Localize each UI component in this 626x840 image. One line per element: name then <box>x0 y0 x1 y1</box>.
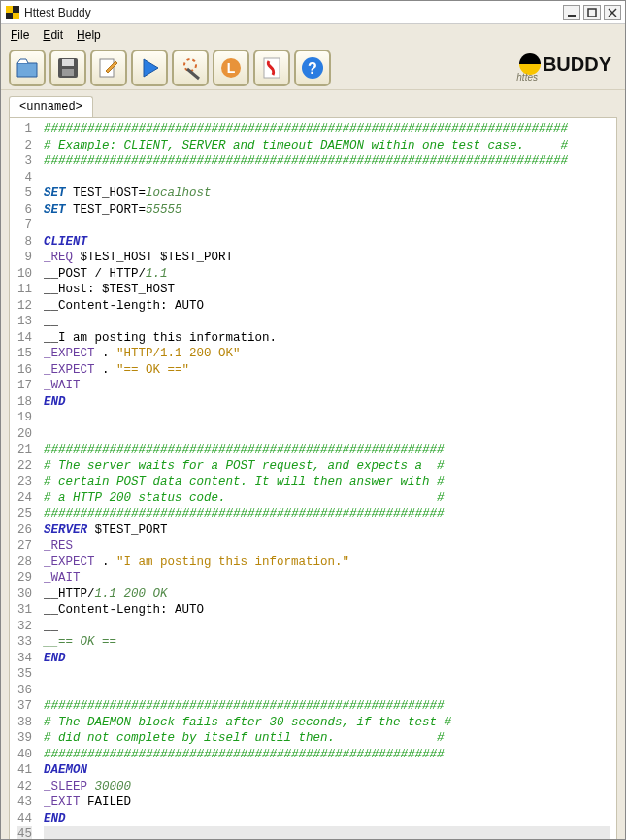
pdf-icon <box>259 55 284 81</box>
code-line[interactable]: SET TEST_PORT=55555 <box>44 202 610 218</box>
open-button[interactable] <box>9 50 46 86</box>
line-number: 31 <box>17 602 32 619</box>
svg-rect-9 <box>62 59 74 66</box>
line-number: 2 <box>17 138 32 154</box>
code-line[interactable]: __Host: $TEST_HOST <box>44 282 610 298</box>
menu-file[interactable]: File <box>11 28 29 42</box>
code-line[interactable]: SERVER $TEST_PORT <box>44 522 610 539</box>
menu-edit[interactable]: Edit <box>43 28 63 42</box>
floppy-icon <box>55 55 81 81</box>
code-line[interactable]: __== OK == <box>44 634 610 651</box>
edit-button[interactable] <box>90 50 127 86</box>
code-line[interactable]: CLIENT <box>44 234 610 251</box>
code-line[interactable]: END <box>44 651 610 667</box>
code-line[interactable] <box>44 666 610 683</box>
run-button[interactable] <box>131 50 168 86</box>
code-line[interactable]: __ <box>44 619 610 635</box>
code-line[interactable]: __Content-Length: AUTO <box>44 602 610 619</box>
code-line[interactable]: ########################################… <box>44 153 610 170</box>
menubar: File Edit Help <box>1 24 625 46</box>
line-number: 17 <box>17 378 32 394</box>
code-line[interactable] <box>44 683 610 699</box>
logo-sub: httes <box>516 72 538 83</box>
maximize-button[interactable] <box>583 5 601 20</box>
line-number: 32 <box>17 619 32 635</box>
svg-rect-0 <box>6 6 13 13</box>
svg-rect-3 <box>6 13 13 19</box>
code-line[interactable]: # certain POST data content. It will the… <box>44 474 610 490</box>
line-number: 36 <box>17 683 32 699</box>
svg-rect-5 <box>588 9 596 17</box>
play-icon <box>137 55 162 81</box>
code-line[interactable]: _WAIT <box>44 378 610 394</box>
code-line[interactable] <box>44 410 610 426</box>
code-line[interactable]: _EXIT FAILED <box>44 794 610 811</box>
line-number: 1 <box>17 121 32 138</box>
line-number: 41 <box>17 762 32 779</box>
line-number: 7 <box>17 218 32 234</box>
line-number: 13 <box>17 314 32 330</box>
code-line[interactable]: _RES <box>44 538 610 554</box>
toolbar: L ? BUDDY httes <box>1 46 625 90</box>
code-line[interactable]: ########################################… <box>44 506 610 522</box>
code-line[interactable]: # The server waits for a POST request, a… <box>44 458 610 475</box>
menu-help[interactable]: Help <box>77 28 101 42</box>
code-line[interactable]: _EXPECT . "== OK ==" <box>44 362 610 379</box>
code-line[interactable] <box>44 218 610 234</box>
code-line[interactable]: _EXPECT . "I am posting this information… <box>44 554 610 571</box>
code-line[interactable]: __Content-length: AUTO <box>44 298 610 315</box>
line-number: 37 <box>17 698 32 715</box>
line-number: 33 <box>17 634 32 651</box>
code-line[interactable] <box>44 826 610 840</box>
code-area[interactable]: ########################################… <box>38 118 616 840</box>
code-line[interactable]: __POST / HTTP/1.1 <box>44 266 610 283</box>
svg-point-12 <box>184 59 196 71</box>
code-line[interactable] <box>44 170 610 186</box>
help-button[interactable]: ? <box>294 50 331 86</box>
tab-unnamed[interactable]: <unnamed> <box>9 96 93 117</box>
close-button[interactable] <box>604 5 621 20</box>
save-button[interactable] <box>49 50 86 86</box>
line-number: 39 <box>17 730 32 747</box>
code-line[interactable]: _WAIT <box>44 570 610 587</box>
line-number: 16 <box>17 362 32 379</box>
code-line[interactable]: SET TEST_HOST=localhost <box>44 185 610 202</box>
line-number: 6 <box>17 202 32 218</box>
code-line[interactable]: END <box>44 811 610 827</box>
code-line[interactable]: DAEMON <box>44 762 610 779</box>
code-line[interactable]: _EXPECT . "HTTP/1.1 200 OK" <box>44 346 610 362</box>
library-button[interactable]: L <box>213 50 249 86</box>
svg-rect-1 <box>13 13 19 19</box>
code-line[interactable]: _REQ $TEST_HOST $TEST_PORT <box>44 250 610 266</box>
code-line[interactable]: ########################################… <box>44 698 610 715</box>
window-title: Httest Buddy <box>24 6 563 19</box>
code-line[interactable]: _SLEEP 30000 <box>44 779 610 795</box>
svg-rect-2 <box>13 6 19 13</box>
minimize-button[interactable] <box>563 5 580 20</box>
editor[interactable]: 1234567891011121314151617181920212223242… <box>9 117 617 840</box>
code-line[interactable]: ########################################… <box>44 442 610 458</box>
code-line[interactable]: __HTTP/1.1 200 OK <box>44 587 610 603</box>
code-line[interactable]: # Example: CLIENT, SERVER and timeout DA… <box>44 138 610 154</box>
code-line[interactable]: ########################################… <box>44 747 610 763</box>
line-number: 30 <box>17 587 32 603</box>
code-line[interactable]: # a HTTP 200 status code. # <box>44 490 610 507</box>
code-line[interactable]: __ <box>44 314 610 330</box>
code-line[interactable] <box>44 426 610 443</box>
code-line[interactable]: # The DAEMON block fails after 30 second… <box>44 715 610 731</box>
line-number: 25 <box>17 506 32 522</box>
code-line[interactable]: END <box>44 394 610 411</box>
line-number: 5 <box>17 185 32 202</box>
line-number: 26 <box>17 522 32 539</box>
line-number: 11 <box>17 282 32 298</box>
library-icon: L <box>218 55 244 81</box>
wizard-button[interactable] <box>172 50 209 86</box>
line-number: 44 <box>17 811 32 827</box>
logo: BUDDY httes <box>514 53 617 83</box>
line-number: 28 <box>17 554 32 571</box>
pdf-button[interactable] <box>253 50 290 86</box>
code-line[interactable]: # did not complete by itself until then.… <box>44 730 610 747</box>
code-line[interactable]: ########################################… <box>44 121 610 138</box>
logo-text: BUDDY <box>543 53 611 76</box>
code-line[interactable]: __I am posting this information. <box>44 330 610 347</box>
